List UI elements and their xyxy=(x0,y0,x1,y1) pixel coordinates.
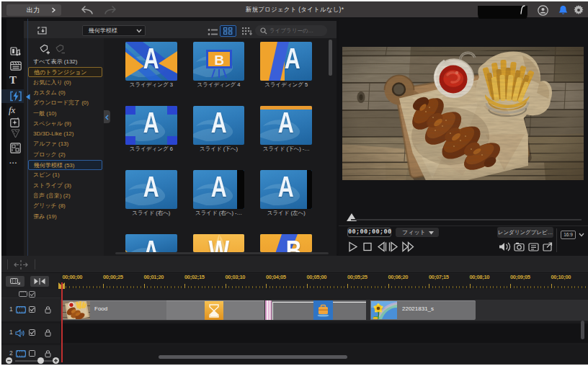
svg-text:B: B xyxy=(214,53,224,68)
